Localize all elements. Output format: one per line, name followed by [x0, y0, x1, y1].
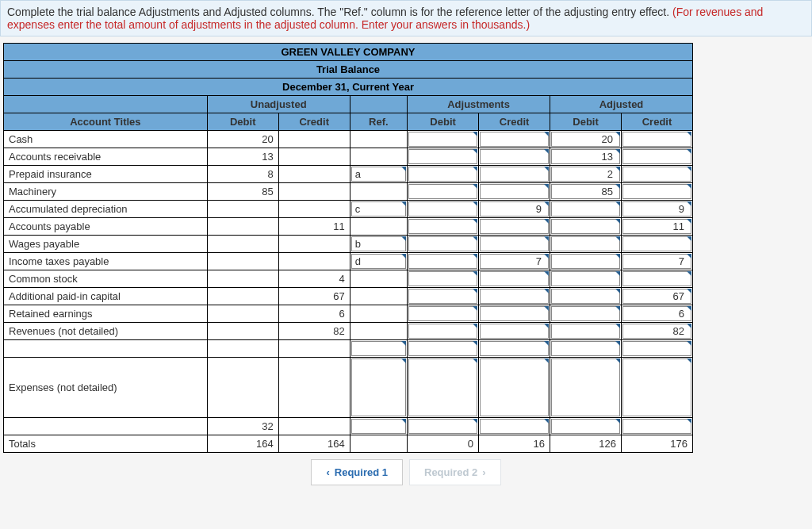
amount-cell[interactable]	[622, 148, 693, 166]
account-title-cell: Wages payable	[4, 236, 208, 253]
amount-cell[interactable]	[550, 218, 622, 236]
amount-cell[interactable]	[479, 131, 550, 148]
amount-cell[interactable]	[550, 323, 622, 340]
amount-cell	[207, 323, 278, 340]
ref-header: Ref.	[350, 113, 407, 131]
next-button[interactable]: Required 2 ›	[409, 459, 501, 485]
amount-cell[interactable]	[479, 418, 550, 435]
blank-header	[4, 96, 208, 113]
ref-cell[interactable]	[350, 358, 407, 418]
ref-cell[interactable]: c	[350, 201, 407, 218]
adj-debit-header: Debit	[408, 113, 479, 131]
adjusted-header: Adjusted	[550, 96, 693, 113]
table-row: 32	[4, 418, 693, 435]
amount-cell: 67	[278, 288, 350, 305]
amount-cell[interactable]	[550, 305, 622, 323]
amount-cell[interactable]	[622, 131, 693, 148]
blank-ref-header	[350, 96, 407, 113]
amount-cell[interactable]	[550, 340, 622, 358]
amount-cell[interactable]: 85	[550, 183, 622, 201]
ref-cell[interactable]: a	[350, 166, 407, 183]
amount-cell[interactable]	[479, 358, 550, 418]
amount-cell[interactable]: 67	[622, 288, 693, 305]
amount-cell[interactable]	[622, 418, 693, 435]
amount-cell[interactable]	[408, 253, 479, 270]
amount-cell[interactable]: 9	[622, 201, 693, 218]
amount-cell[interactable]: 7	[479, 253, 550, 270]
amount-cell[interactable]	[622, 270, 693, 288]
amount-cell[interactable]	[550, 288, 622, 305]
amount-cell[interactable]	[550, 253, 622, 270]
amount-cell[interactable]	[408, 340, 479, 358]
ref-cell[interactable]: d	[350, 253, 407, 270]
amount-cell	[278, 253, 350, 270]
amount-cell[interactable]	[479, 236, 550, 253]
amount-cell[interactable]	[408, 305, 479, 323]
table-row: Accounts receivable1313	[4, 148, 693, 166]
account-title-cell: Accounts receivable	[4, 148, 208, 166]
amount-cell[interactable]	[408, 323, 479, 340]
amount-cell: 0	[408, 435, 479, 453]
amount-cell[interactable]	[479, 305, 550, 323]
amount-cell[interactable]	[408, 236, 479, 253]
amount-cell[interactable]	[622, 166, 693, 183]
amount-cell[interactable]	[408, 270, 479, 288]
amount-cell[interactable]: 11	[622, 218, 693, 236]
amount-cell[interactable]: 82	[622, 323, 693, 340]
amount-cell[interactable]	[408, 418, 479, 435]
amount-cell[interactable]	[622, 236, 693, 253]
ref-cell[interactable]	[350, 340, 407, 358]
amount-cell[interactable]	[479, 148, 550, 166]
amount-cell: 32	[207, 418, 278, 435]
amount-cell[interactable]	[550, 236, 622, 253]
amount-cell: 8	[207, 166, 278, 183]
amount-cell[interactable]	[479, 288, 550, 305]
ref-cell-blank	[350, 435, 407, 453]
table-row: Income taxes payabled77	[4, 253, 693, 270]
amount-cell[interactable]: 2	[550, 166, 622, 183]
amount-cell[interactable]	[408, 131, 479, 148]
ref-cell[interactable]	[350, 418, 407, 435]
amount-cell[interactable]	[479, 270, 550, 288]
amount-cell[interactable]: 7	[622, 253, 693, 270]
amount-cell	[207, 305, 278, 323]
ref-cell[interactable]: b	[350, 236, 407, 253]
amount-cell[interactable]	[408, 201, 479, 218]
amount-cell[interactable]	[479, 166, 550, 183]
amount-cell[interactable]	[622, 183, 693, 201]
amount-cell[interactable]	[479, 183, 550, 201]
amount-cell[interactable]: 13	[550, 148, 622, 166]
amount-cell[interactable]: 9	[479, 201, 550, 218]
amount-cell[interactable]	[550, 201, 622, 218]
amount-cell[interactable]	[408, 166, 479, 183]
account-title-cell: Accumulated depreciation	[4, 201, 208, 218]
account-title-cell: Prepaid insurance	[4, 166, 208, 183]
prev-button[interactable]: ‹ Required 1	[311, 459, 403, 485]
amount-cell[interactable]	[479, 323, 550, 340]
amount-cell[interactable]	[550, 358, 622, 418]
amount-cell[interactable]	[408, 358, 479, 418]
account-title-cell: Common stock	[4, 270, 208, 288]
report-title: Trial Balance	[4, 61, 693, 79]
amount-cell[interactable]	[622, 358, 693, 418]
amount-cell	[278, 148, 350, 166]
adjusted-credit-header: Credit	[622, 113, 693, 131]
totals-label: Totals	[4, 435, 208, 453]
amount-cell	[207, 218, 278, 236]
amount-cell[interactable]	[550, 270, 622, 288]
amount-cell[interactable]: 20	[550, 131, 622, 148]
amount-cell[interactable]	[550, 418, 622, 435]
amount-cell[interactable]: 6	[622, 305, 693, 323]
account-title-cell: Retained earnings	[4, 305, 208, 323]
amount-cell[interactable]	[408, 218, 479, 236]
amount-cell[interactable]	[408, 183, 479, 201]
amount-cell[interactable]	[408, 288, 479, 305]
amount-cell[interactable]	[479, 340, 550, 358]
chevron-left-icon: ‹	[326, 466, 329, 478]
amount-cell[interactable]	[408, 148, 479, 166]
amount-cell[interactable]	[479, 218, 550, 236]
unadj-debit-header: Debit	[207, 113, 278, 131]
adjusted-debit-header: Debit	[550, 113, 622, 131]
amount-cell[interactable]	[622, 340, 693, 358]
amount-cell: 85	[207, 183, 278, 201]
